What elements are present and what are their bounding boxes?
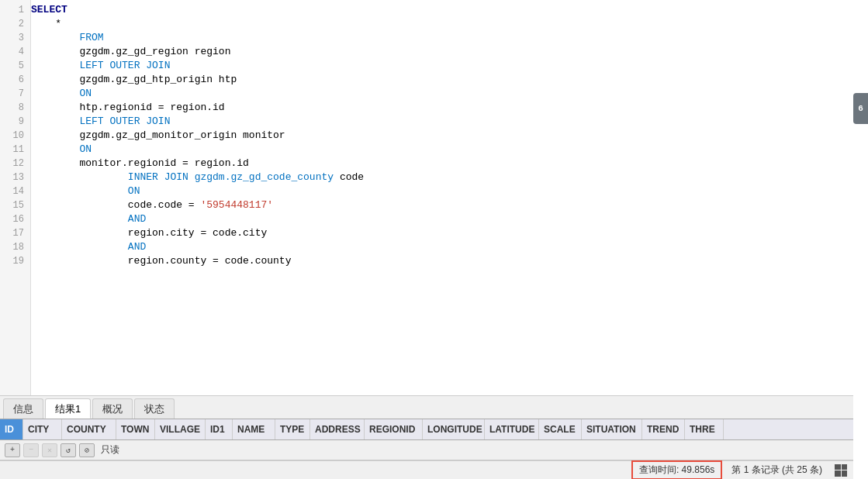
code-token xyxy=(31,241,128,253)
line-number: 17 xyxy=(0,226,30,240)
col-header-id[interactable]: ID xyxy=(0,419,23,439)
code-line: ON xyxy=(31,184,853,198)
remove-row-button[interactable]: − xyxy=(23,443,39,457)
grid-view-icon[interactable] xyxy=(835,464,847,477)
code-token xyxy=(31,60,79,71)
tab-info[interactable]: 信息 xyxy=(3,398,43,419)
code-token: gzgdm.gz_gd_htp_origin htp xyxy=(31,74,237,85)
code-token: gzgdm.gz_gd_region region xyxy=(31,46,230,57)
query-time-badge: 查询时间: 49.856s xyxy=(631,460,722,479)
code-line: FROM xyxy=(31,31,853,45)
code-token: ON xyxy=(128,185,140,197)
col-header-village[interactable]: VILLAGE xyxy=(155,419,206,439)
line-number: 1 xyxy=(0,3,30,17)
code-token: LEFT OUTER JOIN xyxy=(79,60,170,71)
col-header-town[interactable]: TOWN xyxy=(116,419,155,439)
code-line: gzgdm.gz_gd_htp_origin htp xyxy=(31,73,853,87)
code-token: ON xyxy=(79,88,92,99)
code-line: monitor.regionid = region.id xyxy=(31,157,853,171)
line-number: 15 xyxy=(0,198,30,212)
line-number: 5 xyxy=(0,59,30,73)
col-header-type[interactable]: TYPE xyxy=(275,419,310,439)
status-bar: 查询时间: 49.856s 第 1 条记录 (共 25 条) xyxy=(0,460,853,479)
delete-row-button[interactable]: ✕ xyxy=(42,443,57,457)
line-number: 16 xyxy=(0,212,30,226)
code-token: region.county = code.county xyxy=(31,255,291,267)
line-number: 3 xyxy=(0,31,30,45)
code-line: AND xyxy=(31,212,853,226)
code-line: region.county = code.county xyxy=(31,254,853,268)
code-token: SELECT xyxy=(31,4,67,16)
code-token: htp.regionid = region.id xyxy=(31,102,225,113)
code-token xyxy=(31,185,128,197)
col-header-longitude[interactable]: LONGITUDE xyxy=(423,419,485,439)
code-line: LEFT OUTER JOIN xyxy=(31,115,853,129)
code-token: * xyxy=(31,18,61,29)
line-number: 9 xyxy=(0,115,30,129)
code-line: region.city = code.city xyxy=(31,226,853,240)
data-toolbar: + − ✕ ↺ ⊘ 只读 xyxy=(0,440,853,460)
col-header-city[interactable]: CITY xyxy=(23,419,62,439)
code-token xyxy=(31,32,79,43)
code-token xyxy=(31,213,128,225)
code-line: gzgdm.gz_gd_monitor_origin monitor xyxy=(31,129,853,143)
records-count: 第 1 条记录 (共 25 条) xyxy=(731,463,822,477)
line-number: 18 xyxy=(0,240,30,254)
code-line: * xyxy=(31,17,853,31)
col-header-latitude[interactable]: LATITUDE xyxy=(485,419,539,439)
cancel-button[interactable]: ⊘ xyxy=(79,443,95,457)
code-line: ON xyxy=(31,87,853,101)
line-number: 10 xyxy=(0,129,30,143)
code-line: ON xyxy=(31,143,853,157)
right-panel-tab[interactable]: 6 xyxy=(853,93,868,124)
code-token: LEFT OUTER JOIN xyxy=(79,115,170,127)
code-token: gzgdm.gz_gd_monitor_origin monitor xyxy=(31,129,285,141)
code-line: code.code = '5954448117' xyxy=(31,198,853,212)
code-token: FROM xyxy=(79,32,103,43)
col-header-county[interactable]: COUNTY xyxy=(62,419,116,439)
code-line: gzgdm.gz_gd_region region xyxy=(31,45,853,59)
line-number: 8 xyxy=(0,101,30,115)
line-number: 11 xyxy=(0,143,30,157)
code-token: monitor.regionid = region.id xyxy=(31,157,249,169)
code-content: SELECT * FROM gzgdm.gz_gd_region region … xyxy=(31,3,853,395)
code-token xyxy=(31,115,79,127)
tab-status[interactable]: 状态 xyxy=(134,398,175,419)
col-header-address[interactable]: ADDRESS xyxy=(310,419,365,439)
code-line: SELECT xyxy=(31,3,853,17)
col-header-thre[interactable]: THRE xyxy=(685,419,724,439)
sql-editor: 12345678910111213141516171819 SELECT * F… xyxy=(0,0,853,395)
add-row-button[interactable]: + xyxy=(5,443,20,457)
code-line: AND xyxy=(31,240,853,254)
code-token xyxy=(31,88,79,99)
code-token: code xyxy=(340,171,364,183)
code-token: INNER JOIN gzgdm.gz_gd_code_county xyxy=(128,171,340,183)
col-header-regionid[interactable]: REGIONID xyxy=(365,419,423,439)
line-number: 12 xyxy=(0,157,30,171)
line-number: 13 xyxy=(0,171,30,184)
code-token xyxy=(31,143,79,155)
line-number: 19 xyxy=(0,254,30,268)
code-token: code.code = xyxy=(31,199,200,211)
code-token: AND xyxy=(128,241,146,253)
refresh-button[interactable]: ↺ xyxy=(61,443,76,457)
right-tab-label: 6 xyxy=(858,104,863,113)
code-token: ON xyxy=(79,143,92,155)
code-line: INNER JOIN gzgdm.gz_gd_code_county code xyxy=(31,171,853,184)
tab-overview[interactable]: 概况 xyxy=(92,398,133,419)
col-header-situation[interactable]: SITUATION xyxy=(582,419,642,439)
col-header-scale[interactable]: SCALE xyxy=(539,419,582,439)
main-window: 12345678910111213141516171819 SELECT * F… xyxy=(0,0,868,479)
line-number: 14 xyxy=(0,184,30,198)
line-number: 7 xyxy=(0,87,30,101)
result-tab-bar: 信息结果1概况状态 xyxy=(0,395,853,419)
col-header-id1[interactable]: ID1 xyxy=(206,419,233,439)
tab-result1[interactable]: 结果1 xyxy=(45,398,91,419)
line-number: 2 xyxy=(0,17,30,31)
col-header-trend[interactable]: TREND xyxy=(642,419,685,439)
line-number: 4 xyxy=(0,45,30,59)
code-token xyxy=(31,171,128,183)
col-header-name[interactable]: NAME xyxy=(233,419,275,439)
code-line: LEFT OUTER JOIN xyxy=(31,59,853,73)
line-numbers: 12345678910111213141516171819 xyxy=(0,0,31,395)
